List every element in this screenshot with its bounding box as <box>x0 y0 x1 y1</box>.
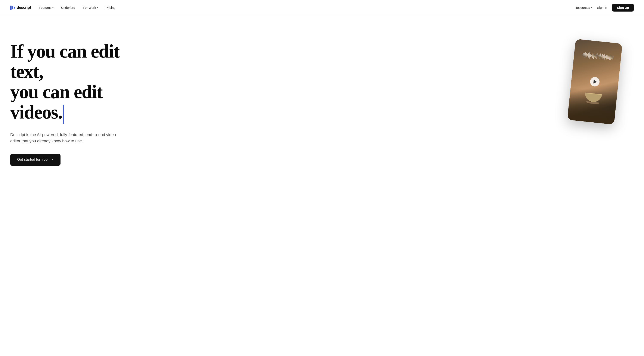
hero-section: If you can edit text, you can edit video… <box>0 16 644 356</box>
nav-link-for-work[interactable]: For Work ▾ <box>83 6 98 10</box>
chevron-down-icon: ▾ <box>52 7 54 9</box>
waveform-overlay <box>574 47 622 65</box>
play-icon <box>593 80 597 84</box>
wave-bar <box>599 54 600 58</box>
wave-bar <box>612 57 612 59</box>
logo-icon <box>10 6 15 10</box>
wave-bar <box>601 55 602 58</box>
cta-button[interactable]: Get started for free → <box>10 154 60 166</box>
wave-bar <box>598 55 598 58</box>
hero-visual <box>571 41 627 122</box>
wave-bar <box>586 53 587 57</box>
wave-bar <box>582 54 583 55</box>
hero-subtext: Descript is the AI-powered, fully featur… <box>10 132 122 144</box>
nav-link-features[interactable]: Features ▾ <box>39 6 54 10</box>
wave-bar <box>604 54 605 60</box>
phone-screen <box>567 39 622 125</box>
sign-up-button[interactable]: Sign Up <box>612 4 634 12</box>
wave-bar <box>583 53 584 56</box>
wave-bar <box>603 55 604 58</box>
wave-bar <box>593 53 594 59</box>
sign-in-button[interactable]: Sign In <box>597 6 607 10</box>
wave-bar <box>591 55 592 57</box>
wave-bar <box>590 54 591 57</box>
chevron-down-icon: ▾ <box>97 7 98 9</box>
wave-bar <box>584 52 586 58</box>
wave-bar <box>607 55 608 59</box>
nav-link-pricing[interactable]: Pricing <box>106 6 116 10</box>
wave-bar <box>589 52 590 59</box>
chevron-down-icon: ▾ <box>591 7 592 9</box>
play-button-overlay[interactable] <box>590 77 600 87</box>
wave-bar <box>612 56 614 60</box>
nav-right: Resources ▾ Sign In Sign Up <box>575 4 634 12</box>
bowl-decoration <box>584 93 602 103</box>
cta-arrow-icon: → <box>50 157 54 162</box>
nav-link-resources[interactable]: Resources ▾ <box>575 6 592 10</box>
text-cursor <box>63 105 64 124</box>
nav-left: descript Features ▾ Underlord For Work ▾… <box>10 5 116 10</box>
wave-bar <box>587 54 588 56</box>
navbar: descript Features ▾ Underlord For Work ▾… <box>0 0 644 16</box>
logo-text: descript <box>17 5 31 10</box>
hero-content: If you can edit text, you can edit video… <box>10 37 143 166</box>
phone-mockup <box>567 39 622 125</box>
cta-label: Get started for free <box>17 157 48 162</box>
logo[interactable]: descript <box>10 5 31 10</box>
wave-bar <box>602 54 603 59</box>
wave-bar <box>608 56 609 59</box>
nav-link-underlord[interactable]: Underlord <box>61 6 75 10</box>
wave-bar <box>610 55 611 60</box>
hero-headline: If you can edit text, you can edit video… <box>10 41 143 124</box>
wave-bar <box>594 54 595 57</box>
wave-bar <box>605 56 606 58</box>
wave-bar <box>600 54 601 60</box>
wave-bar <box>596 53 598 59</box>
